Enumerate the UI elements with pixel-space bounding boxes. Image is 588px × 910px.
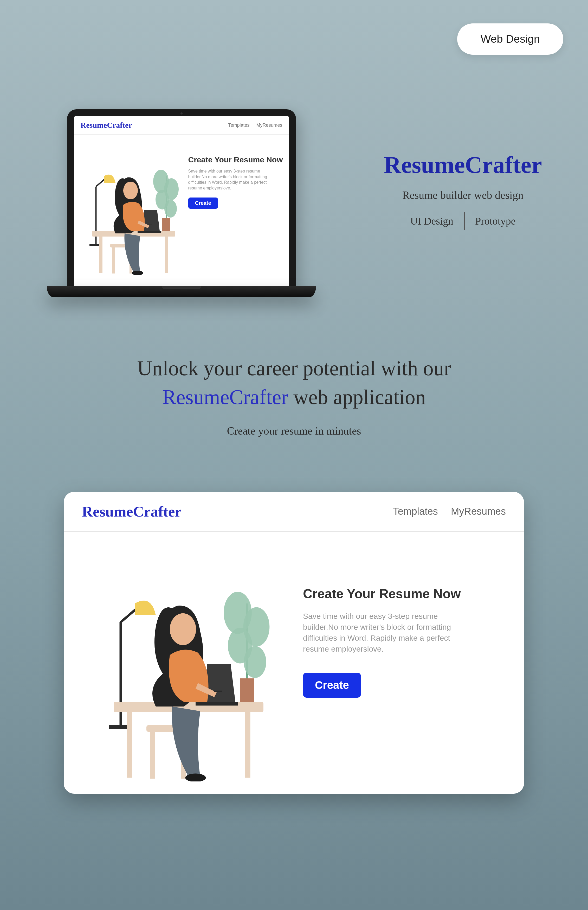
nav-link-myresumes[interactable]: MyResumes xyxy=(451,506,506,517)
project-title: ResumeCrafter xyxy=(369,151,557,178)
svg-point-18 xyxy=(123,181,138,199)
tagline-block: Unlock your career potential with our Re… xyxy=(0,356,588,437)
svg-rect-3 xyxy=(162,218,170,231)
hero-title: Create Your Resume Now xyxy=(188,155,284,164)
project-tag-prototype: Prototype xyxy=(475,215,516,227)
tagline-line1: Unlock your career potential with our xyxy=(0,356,588,380)
project-title-block: ResumeCrafter Resume builder web design … xyxy=(369,151,557,230)
svg-rect-40 xyxy=(214,691,222,692)
create-button[interactable]: Create xyxy=(303,673,361,698)
hero-illustration xyxy=(74,547,303,782)
project-subtitle: Resume builder web design xyxy=(369,189,557,201)
category-pill: Web Design xyxy=(457,23,563,55)
svg-point-8 xyxy=(164,200,177,217)
app-logo: ResumeCrafter xyxy=(82,503,181,520)
svg-rect-31 xyxy=(127,712,132,778)
tagline-line2: ResumeCrafter web application xyxy=(0,385,588,409)
svg-rect-36 xyxy=(195,702,238,706)
laptop-mockup: ResumeCrafter Templates MyResumes xyxy=(47,109,316,297)
separator xyxy=(464,212,465,230)
laptop-screen: ResumeCrafter Templates MyResumes xyxy=(67,109,296,286)
illustration-woman-laptop xyxy=(74,547,303,782)
app-preview-large: ResumeCrafter Templates MyResumes xyxy=(64,492,524,794)
tagline-line2-rest: web application xyxy=(288,385,426,408)
svg-rect-32 xyxy=(245,712,250,778)
tagline-line3: Create your resume in minutes xyxy=(0,425,588,437)
app-preview-small: ResumeCrafter Templates MyResumes xyxy=(74,116,289,286)
svg-line-2 xyxy=(96,179,105,186)
nav-link-templates[interactable]: Templates xyxy=(228,123,249,128)
nav-link-templates[interactable]: Templates xyxy=(393,506,438,517)
svg-rect-34 xyxy=(150,732,155,779)
svg-point-39 xyxy=(170,613,196,645)
svg-rect-10 xyxy=(99,236,102,273)
hero-body: Save time with our easy 3-step resume bu… xyxy=(188,168,277,191)
app-navbar: ResumeCrafter Templates MyResumes xyxy=(74,116,289,134)
tagline-accent: ResumeCrafter xyxy=(162,385,288,408)
svg-rect-11 xyxy=(165,236,168,273)
svg-rect-15 xyxy=(137,231,161,233)
nav-link-myresumes[interactable]: MyResumes xyxy=(256,123,282,128)
laptop-base xyxy=(47,286,316,297)
svg-line-23 xyxy=(121,608,137,622)
app-logo: ResumeCrafter xyxy=(81,121,132,130)
hero-illustration xyxy=(79,145,188,275)
svg-rect-19 xyxy=(148,225,152,225)
create-button[interactable]: Create xyxy=(188,198,218,209)
hero-title: Create Your Resume Now xyxy=(303,586,514,601)
svg-rect-24 xyxy=(240,678,254,702)
hero-body: Save time with our easy 3-step resume bu… xyxy=(303,611,469,654)
project-tag-ui: UI Design xyxy=(410,215,453,227)
svg-point-29 xyxy=(244,646,266,678)
illustration-woman-laptop xyxy=(79,145,188,275)
app-navbar: ResumeCrafter Templates MyResumes xyxy=(64,492,524,532)
svg-rect-13 xyxy=(112,248,115,274)
